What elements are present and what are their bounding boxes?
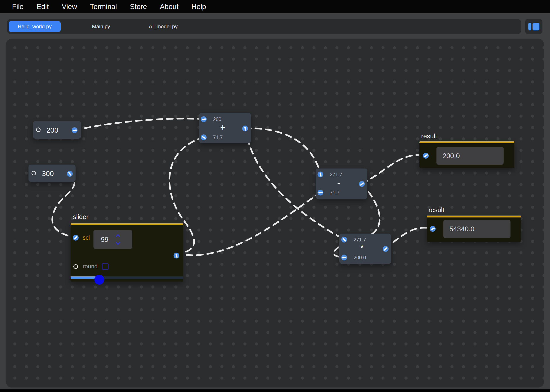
input-port-1[interactable] — [317, 172, 323, 177]
input-port[interactable] — [430, 226, 436, 232]
node-toggle-circle[interactable] — [32, 171, 36, 175]
output-port[interactable] — [359, 181, 365, 187]
scl-number-input[interactable] — [93, 236, 113, 244]
input-value-label: 200.0 — [353, 255, 366, 261]
slider-thumb[interactable] — [94, 275, 104, 285]
tab-main[interactable]: Main.py — [82, 19, 120, 34]
result-value-box: 54340.0 — [443, 220, 510, 238]
operator-symbol: - — [337, 178, 340, 188]
menu-view[interactable]: View — [62, 3, 77, 11]
tab-bar: Hello_world.py Main.py AI_model.py — [7, 19, 521, 34]
value-node-label: 200 — [46, 126, 58, 134]
result-node-1[interactable]: 200.0 — [419, 141, 514, 168]
operator-symbol: + — [220, 123, 225, 133]
input-port-2[interactable] — [201, 134, 207, 140]
input-port-1[interactable] — [341, 237, 347, 243]
menu-store[interactable]: Store — [130, 3, 147, 11]
menu-bar: File Edit View Terminal Store About Help — [0, 0, 550, 13]
number-stepper — [116, 235, 120, 244]
menu-edit[interactable]: Edit — [36, 3, 49, 11]
menu-terminal[interactable]: Terminal — [90, 3, 117, 11]
op-node-minus[interactable]: 271.7 - 71.7 — [316, 168, 367, 199]
slider-track[interactable] — [71, 276, 183, 279]
app-window: File Edit View Terminal Store About Help… — [0, 0, 550, 392]
result-node-2[interactable]: 54340.0 — [427, 216, 521, 242]
input-value-label: 71.7 — [330, 190, 339, 196]
stepper-down-icon[interactable] — [116, 240, 120, 245]
input-value-label: 200 — [213, 117, 221, 122]
scl-input-port[interactable] — [73, 235, 78, 241]
input-port[interactable] — [423, 153, 429, 159]
panel-toggle-button[interactable] — [525, 19, 543, 34]
menu-file[interactable]: File — [12, 3, 23, 11]
output-port[interactable] — [67, 171, 73, 177]
input-value-label: 71.7 — [213, 135, 223, 140]
input-port-2[interactable] — [341, 255, 347, 260]
node-title: result — [421, 133, 437, 140]
output-port[interactable] — [72, 127, 78, 133]
input-value-label: 271.7 — [330, 172, 342, 178]
stepper-up-icon[interactable] — [116, 234, 120, 239]
tab-ai-model[interactable]: AI_model.py — [141, 19, 185, 34]
value-node-300[interactable]: 300 — [28, 165, 76, 182]
node-title: slider — [73, 213, 89, 220]
round-checkbox[interactable] — [102, 263, 109, 270]
slider-node[interactable]: scl round — [71, 223, 183, 281]
output-port[interactable] — [383, 246, 388, 252]
value-node-label: 300 — [42, 170, 54, 178]
result-value: 54340.0 — [449, 225, 474, 233]
op-node-plus[interactable]: 200 + 71.7 — [199, 113, 251, 143]
menu-about[interactable]: About — [160, 3, 178, 11]
result-value-box: 200.0 — [437, 147, 504, 165]
operator-symbol: * — [360, 243, 364, 253]
input-port-1[interactable] — [201, 116, 207, 122]
input-port-2[interactable] — [317, 190, 323, 196]
output-port[interactable] — [174, 253, 179, 259]
menu-help[interactable]: Help — [191, 3, 206, 11]
round-toggle-circle[interactable] — [73, 264, 78, 269]
round-label: round — [83, 263, 98, 270]
input-value-label: 271.7 — [353, 237, 366, 243]
node-title: result — [429, 206, 444, 214]
layout-columns-icon — [529, 23, 539, 30]
op-node-multiply[interactable]: 271.7 * 200.0 — [339, 234, 391, 264]
result-value: 200.0 — [443, 152, 460, 160]
window-bottom-edge — [0, 389, 550, 392]
output-port[interactable] — [242, 126, 248, 131]
tab-hello-world[interactable]: Hello_world.py — [9, 21, 61, 32]
scl-label: scl — [83, 235, 90, 241]
scl-number-input-box — [93, 230, 132, 249]
value-node-200[interactable]: 200 — [33, 121, 81, 139]
node-toggle-circle[interactable] — [36, 127, 41, 132]
